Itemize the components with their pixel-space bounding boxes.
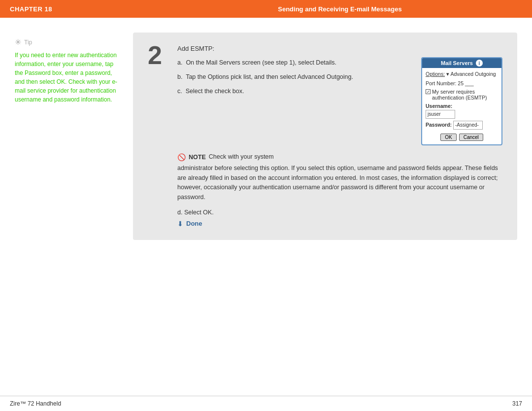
note-label: NOTE bbox=[189, 154, 206, 161]
dialog-title: Mail Servers bbox=[441, 60, 473, 66]
dialog-port-row: Port Number: 25 ___ bbox=[426, 80, 498, 87]
dialog-buttons: OK Cancel bbox=[426, 132, 498, 142]
step-item-a: a. On the Mail Servers screen (see step … bbox=[177, 58, 414, 68]
tip-body-text: If you need to enter new authentication … bbox=[15, 51, 123, 104]
done-label: Done bbox=[186, 220, 202, 227]
dialog-options-label: Options: bbox=[426, 71, 445, 77]
dialog-options-value: ▾ Advanced Outgoing bbox=[446, 71, 496, 77]
step-list: a. On the Mail Servers screen (see step … bbox=[177, 58, 414, 145]
dialog-password-label: Password: bbox=[426, 122, 452, 128]
page-header: CHAPTER 18 Sending and Receiving E-mail … bbox=[0, 0, 532, 18]
tip-label: Tip bbox=[24, 39, 32, 46]
note-icon: 🚫 bbox=[177, 153, 186, 161]
note-intro: Check with your system bbox=[209, 152, 274, 162]
dialog-ok-button[interactable]: OK bbox=[440, 134, 456, 141]
step-items: a. On the Mail Servers screen (see step … bbox=[177, 58, 502, 145]
dialog-username-value[interactable]: jsuser bbox=[426, 110, 455, 119]
note-body: administrator before selecting this opti… bbox=[177, 164, 502, 202]
dialog-checkbox[interactable]: ✓ bbox=[426, 89, 431, 94]
step-content: Add ESMTP: a. On the Mail Servers screen… bbox=[177, 45, 502, 228]
dialog-body: Options: ▾ Advanced Outgoing Port Number… bbox=[422, 68, 501, 144]
mail-servers-dialog: Mail Servers i Options: ▾ Advanced Outgo… bbox=[421, 57, 502, 145]
step-item-b: b. Tap the Options pick list, and then s… bbox=[177, 72, 414, 82]
chapter-label: CHAPTER 18 bbox=[10, 5, 158, 13]
step-heading: Add ESMTP: bbox=[177, 45, 502, 52]
note-section: 🚫 NOTE Check with your system administra… bbox=[177, 152, 502, 202]
dialog-checkbox-label: My server requires authentication (ESMTP… bbox=[432, 89, 498, 101]
tip-asterisk-icon: ✳ bbox=[15, 37, 21, 47]
step-section: 2 Add ESMTP: a. On the Mail Servers scre… bbox=[148, 45, 502, 228]
dialog-password-row: Password: -Assigned- bbox=[426, 121, 498, 130]
dialog-password-value[interactable]: -Assigned- bbox=[453, 121, 483, 130]
done-row: ⬇ Done bbox=[177, 220, 502, 228]
dialog-port-value: 25 ___ bbox=[458, 80, 473, 86]
dialog-username-row: Username: jsuser bbox=[426, 103, 498, 119]
step-label-a: a. bbox=[177, 59, 186, 66]
dialog-checkbox-row: ✓ My server requires authentication (ESM… bbox=[426, 89, 498, 101]
tip-header: ✳ Tip bbox=[15, 37, 123, 47]
step-item-c: c. Select the check box. bbox=[177, 87, 414, 96]
dialog-info-icon: i bbox=[476, 60, 483, 67]
content-box: 2 Add ESMTP: a. On the Mail Servers scre… bbox=[133, 33, 517, 240]
dialog-cancel-button[interactable]: Cancel bbox=[459, 134, 483, 141]
select-ok-text: d. Select OK. bbox=[177, 209, 502, 216]
note-header: 🚫 NOTE Check with your system bbox=[177, 152, 502, 162]
dialog-options-row: Options: ▾ Advanced Outgoing bbox=[426, 70, 498, 78]
dialog-titlebar: Mail Servers i bbox=[422, 58, 501, 68]
done-icon: ⬇ bbox=[177, 220, 183, 228]
main-content: ✳ Tip If you need to enter new authentic… bbox=[0, 18, 532, 240]
footer-brand: Zire™ 72 Handheld bbox=[10, 400, 61, 407]
step-number: 2 bbox=[148, 42, 167, 228]
dialog-port-label: Port Number: bbox=[426, 80, 456, 86]
dialog-username-label: Username: bbox=[426, 103, 452, 109]
tip-sidebar: ✳ Tip If you need to enter new authentic… bbox=[15, 33, 123, 240]
page-footer: Zire™ 72 Handheld 317 bbox=[0, 396, 532, 411]
chapter-title: Sending and Receiving E-mail Messages bbox=[158, 5, 522, 13]
footer-page-number: 317 bbox=[512, 400, 522, 407]
step-label-b: b. bbox=[177, 73, 186, 80]
step-label-c: c. bbox=[177, 88, 186, 95]
